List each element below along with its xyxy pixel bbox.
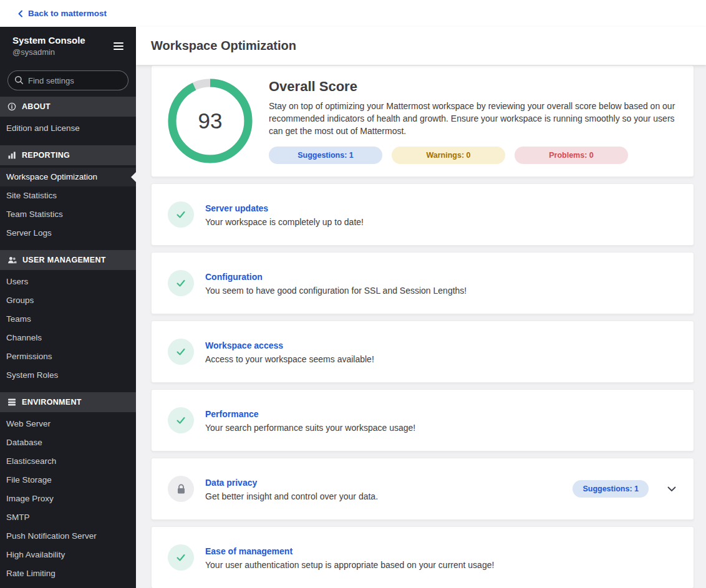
- problems-pill: Problems: 0: [515, 147, 628, 164]
- content-scroll-area[interactable]: 93 Overall Score Stay on top of optimizi…: [136, 65, 706, 588]
- card-performance: Performance Your search performance suit…: [151, 389, 694, 451]
- score-ring: 93: [168, 79, 253, 163]
- main-area: Workspace Optimization 93 Overall Score …: [136, 27, 706, 588]
- section-header-about: ABOUT: [0, 97, 136, 117]
- sidebar-item-workspace-optimization[interactable]: Workspace Optimization: [0, 168, 136, 186]
- sidebar-item-file-storage[interactable]: File Storage: [0, 471, 136, 489]
- sidebar-item-database[interactable]: Database: [0, 433, 136, 452]
- card-server-updates: Server updates Your workspace is complet…: [151, 183, 694, 246]
- sidebar: System Console @sysadmin ABOUT Edition a…: [0, 27, 136, 588]
- console-username: @sysadmin: [12, 47, 85, 57]
- section-label: ABOUT: [22, 102, 51, 111]
- card-title-link[interactable]: Configuration: [205, 272, 263, 282]
- section-label: ENVIRONMENT: [22, 398, 82, 407]
- menu-icon[interactable]: [111, 40, 126, 52]
- card-configuration: Configuration You seem to have good conf…: [151, 252, 694, 314]
- chevron-left-icon: [17, 10, 24, 17]
- sidebar-item-edition-and-license[interactable]: Edition and License: [0, 119, 136, 138]
- users-icon: [7, 256, 17, 264]
- back-link-label: Back to mattermost: [28, 9, 107, 18]
- console-title: System Console: [12, 34, 85, 47]
- sidebar-header: System Console @sysadmin: [0, 27, 136, 65]
- lock-icon: [168, 476, 194, 502]
- sidebar-item-teams[interactable]: Teams: [0, 310, 136, 329]
- sidebar-item-users[interactable]: Users: [0, 272, 136, 291]
- sidebar-item-smtp[interactable]: SMTP: [0, 508, 136, 527]
- sidebar-item-rate-limiting[interactable]: Rate Limiting: [0, 564, 136, 583]
- suggestions-pill: Suggestions: 1: [269, 147, 382, 164]
- check-icon: [168, 270, 194, 296]
- card-description: Your workspace is completely up to date!: [205, 217, 364, 227]
- score-badges: Suggestions: 1 Warnings: 0 Problems: 0: [269, 147, 675, 164]
- sidebar-item-high-availability[interactable]: High Availability: [0, 546, 136, 564]
- card-title-link[interactable]: Data privacy: [205, 478, 257, 488]
- card-workspace-access: Workspace access Access to your workspac…: [151, 321, 694, 383]
- page-header: Workspace Optimization: [136, 27, 706, 65]
- chevron-down-icon[interactable]: [665, 484, 679, 494]
- card-description: Get better insight and control over your…: [205, 491, 378, 501]
- section-label: USER MANAGEMENT: [22, 256, 106, 264]
- bar-chart-icon: [7, 151, 16, 160]
- sidebar-nav: ABOUT Edition and License REPORTING Work…: [0, 97, 136, 586]
- sidebar-item-system-roles[interactable]: System Roles: [0, 366, 136, 385]
- suggestions-badge: Suggestions: 1: [573, 480, 649, 498]
- sidebar-item-groups[interactable]: Groups: [0, 291, 136, 310]
- section-header-environment: ENVIRONMENT: [0, 392, 136, 412]
- sidebar-item-server-logs[interactable]: Server Logs: [0, 224, 136, 243]
- check-icon: [168, 544, 194, 571]
- sidebar-item-image-proxy[interactable]: Image Proxy: [0, 489, 136, 508]
- warnings-pill: Warnings: 0: [392, 147, 505, 164]
- sidebar-item-site-statistics[interactable]: Site Statistics: [0, 186, 136, 205]
- search-input[interactable]: [7, 70, 128, 90]
- sidebar-item-push-notification-server[interactable]: Push Notification Server: [0, 527, 136, 546]
- section-label: REPORTING: [22, 151, 70, 160]
- search-box: [7, 70, 128, 90]
- card-description: Access to your workspace seems available…: [205, 354, 374, 364]
- card-title-link[interactable]: Server updates: [205, 203, 268, 213]
- card-data-privacy[interactable]: Data privacy Get better insight and cont…: [151, 458, 694, 520]
- check-icon: [168, 201, 194, 228]
- card-description: You seem to have good configuration for …: [205, 286, 467, 296]
- sidebar-item-permissions[interactable]: Permissions: [0, 347, 136, 366]
- sidebar-item-elasticsearch[interactable]: Elasticsearch: [0, 452, 136, 471]
- info-icon: [7, 102, 16, 111]
- sidebar-item-team-statistics[interactable]: Team Statistics: [0, 205, 136, 224]
- overall-score-title: Overall Score: [269, 79, 675, 95]
- check-icon: [168, 407, 194, 433]
- section-header-user-management: USER MANAGEMENT: [0, 250, 136, 270]
- section-header-reporting: REPORTING: [0, 145, 136, 165]
- card-title-link[interactable]: Workspace access: [205, 340, 283, 350]
- sidebar-item-web-server[interactable]: Web Server: [0, 415, 136, 433]
- sidebar-item-channels[interactable]: Channels: [0, 329, 136, 347]
- topbar: Back to mattermost: [0, 0, 706, 27]
- overall-score-value: 93: [168, 79, 253, 163]
- back-to-mattermost-link[interactable]: Back to mattermost: [17, 9, 107, 18]
- check-icon: [168, 339, 194, 365]
- search-icon: [14, 75, 24, 87]
- card-title-link[interactable]: Ease of management: [205, 546, 293, 556]
- card-title-link[interactable]: Performance: [205, 409, 259, 419]
- server-stack-icon: [7, 398, 16, 407]
- overall-score-card: 93 Overall Score Stay on top of optimizi…: [151, 65, 694, 177]
- card-description: Your search performance suits your works…: [205, 423, 415, 433]
- overall-score-description: Stay on top of optimizing your Mattermos…: [269, 100, 675, 137]
- page-title: Workspace Optimization: [151, 39, 296, 53]
- card-description: Your user authentication setup is approp…: [205, 560, 494, 570]
- card-ease-of-management: Ease of management Your user authenticat…: [151, 526, 694, 588]
